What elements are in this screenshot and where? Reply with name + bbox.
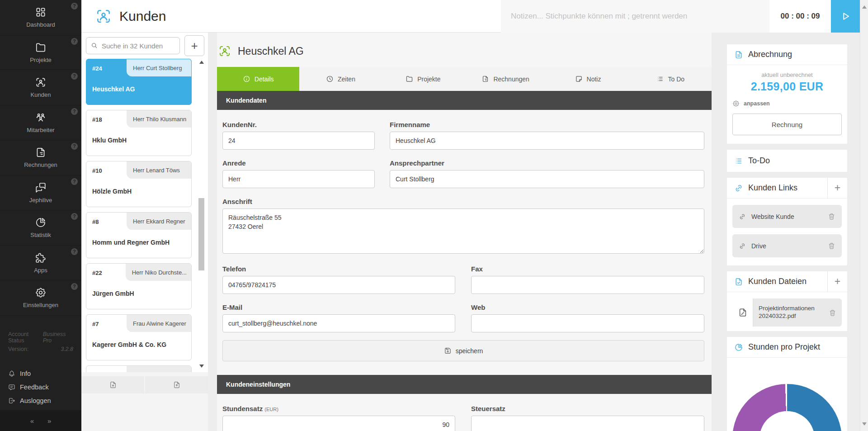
field-label: E-Mail xyxy=(222,303,455,311)
notes-input[interactable] xyxy=(501,0,769,33)
link-items: Website Kunde Drive xyxy=(727,199,847,265)
help-badge-icon[interactable]: ? xyxy=(71,178,78,185)
import-file-button[interactable] xyxy=(81,376,144,393)
todo-card[interactable]: To-Do xyxy=(727,150,847,172)
scroll-down-icon[interactable] xyxy=(862,422,867,426)
file-name: Projektinformationen 20240322.pdf xyxy=(753,298,829,327)
help-badge-icon[interactable]: ? xyxy=(71,213,78,220)
field-anschrift: Anschrift Räuschelstraße 55 27432 Oerel xyxy=(222,198,704,256)
notes-zone xyxy=(501,0,769,33)
kundennr-input[interactable] xyxy=(222,132,375,150)
search-input[interactable] xyxy=(102,42,175,50)
tab-rechnungen[interactable]: Rechnungen xyxy=(464,67,547,91)
customer-card[interactable]: #8 Herr Ekkard Regner Homm und Regner Gm… xyxy=(86,212,192,258)
tab-details[interactable]: Details xyxy=(217,67,299,91)
ansprechpartner-input[interactable] xyxy=(390,170,704,188)
hours-donut-chart xyxy=(732,384,842,431)
sidebar-item-kunden[interactable]: ? Kunden xyxy=(0,70,81,105)
start-timer-button[interactable] xyxy=(831,0,860,33)
customer-card[interactable]: #18 Herr Thilo Klusmann Hklu GmbH xyxy=(86,110,192,156)
help-badge-icon[interactable]: ? xyxy=(71,38,78,45)
field-label: Ansprechpartner xyxy=(390,159,704,167)
help-badge-icon[interactable]: ? xyxy=(71,248,78,255)
help-badge-icon[interactable]: ? xyxy=(71,143,78,150)
help-badge-icon[interactable]: ? xyxy=(71,3,78,9)
add-file-button[interactable]: + xyxy=(827,271,847,292)
email-input[interactable] xyxy=(222,314,455,332)
scroll-down-icon[interactable] xyxy=(199,365,204,368)
customer-card[interactable]: #7 Frau Alwine Kagerer Kagerer GmbH & Co… xyxy=(86,314,192,360)
customer-card[interactable]: #10 Herr Lenard Töws Hölzle GmbH xyxy=(86,161,192,207)
customer-card[interactable]: #24 Herr Curt Stollberg Heuschkel AG xyxy=(86,59,192,105)
anrede-input[interactable] xyxy=(222,170,375,188)
sidebar-item-einstellungen[interactable]: ? Einstellungen xyxy=(0,280,81,316)
sidebar-item-mitarbeiter[interactable]: ? Mitarbeiter xyxy=(0,105,81,141)
stundensatz-input[interactable] xyxy=(222,416,455,431)
detail-tabs: Details Zeiten Projekte Rechnungen Notiz… xyxy=(217,67,712,91)
customer-number: #24 xyxy=(92,65,102,72)
web-input[interactable] xyxy=(471,314,704,332)
link-item[interactable]: Website Kunde xyxy=(732,205,842,228)
page-scrollbar[interactable] xyxy=(860,0,868,431)
tab-notiz[interactable]: Notiz xyxy=(547,67,629,91)
tab-projekte[interactable]: Projekte xyxy=(382,67,464,91)
logout-icon xyxy=(8,397,15,404)
sidebar-item-rechnungen[interactable]: ? Rechnungen xyxy=(0,140,81,175)
customer-company: Kagerer GmbH & Co. KG xyxy=(92,341,166,348)
help-badge-icon[interactable]: ? xyxy=(71,108,78,115)
scroll-up-icon[interactable] xyxy=(862,5,867,9)
export-file-button[interactable] xyxy=(145,376,208,393)
sidebar-item-projekte[interactable]: ? Projekte xyxy=(0,35,81,71)
file-item[interactable]: Projektinformationen 20240322.pdf xyxy=(732,298,842,327)
add-link-button[interactable]: + xyxy=(827,178,847,199)
add-customer-button[interactable]: + xyxy=(184,35,204,56)
customer-contact-chip: Herr Thilo Klusmann xyxy=(127,110,191,128)
pager-prev-button[interactable]: « xyxy=(30,417,34,425)
sidebar-item-apps[interactable]: ? Apps xyxy=(0,246,81,281)
list-scrollbar[interactable] xyxy=(198,59,205,369)
help-badge-icon[interactable]: ? xyxy=(71,283,78,290)
sidebar-item-label: Apps xyxy=(34,267,47,274)
file-text-icon xyxy=(734,50,743,59)
adjust-button[interactable]: anpassen xyxy=(732,100,842,107)
puzzle-icon xyxy=(35,252,47,264)
sidebar-item-jephilive[interactable]: ? Jephilive xyxy=(0,175,81,211)
billing-status: aktuell unberechnet xyxy=(732,71,842,78)
account-status-row: Account Status Business Pro xyxy=(0,332,81,343)
chart-pie-icon xyxy=(35,217,47,228)
file-download-icon xyxy=(109,381,117,389)
invoice-icon xyxy=(35,147,47,158)
help-badge-icon[interactable]: ? xyxy=(71,73,78,80)
tab-zeiten[interactable]: Zeiten xyxy=(299,67,382,91)
anschrift-textarea[interactable]: Räuschelstraße 55 27432 Oerel xyxy=(222,208,704,254)
scrollbar-thumb[interactable] xyxy=(198,198,204,270)
sidebar-item-dashboard[interactable]: ? Dashboard xyxy=(0,0,81,35)
save-button[interactable]: speichern xyxy=(222,340,704,361)
customer-card[interactable]: #17 Frau Simone Kindler xyxy=(86,365,192,372)
firmenname-input[interactable] xyxy=(390,132,704,150)
trash-icon[interactable] xyxy=(828,213,835,220)
sidebar-item-statistik[interactable]: ? Statistik xyxy=(0,210,81,246)
link-item[interactable]: Drive xyxy=(732,234,842,257)
trash-icon[interactable] xyxy=(829,309,836,317)
customer-number: #10 xyxy=(92,167,102,174)
field-telefon: Telefon xyxy=(222,265,455,294)
telefon-input[interactable] xyxy=(222,276,455,294)
kunden-links-card: Kunden Links + Website Kunde Drive xyxy=(727,178,847,265)
field-anrede: Anrede xyxy=(222,159,375,188)
pdf-file-icon xyxy=(738,308,748,317)
scroll-up-icon[interactable] xyxy=(199,61,204,64)
info-link[interactable]: Info xyxy=(0,367,81,380)
fax-input[interactable] xyxy=(471,276,704,294)
field-label: Firmenname xyxy=(390,121,704,128)
pager-next-button[interactable]: » xyxy=(47,417,51,425)
feedback-link[interactable]: Feedback xyxy=(0,380,81,394)
logout-link[interactable]: Ausloggen xyxy=(0,394,81,407)
field-email: E-Mail xyxy=(222,303,455,332)
abrechnung-title: Abrechnung xyxy=(748,50,792,59)
tab-todo[interactable]: To Do xyxy=(629,67,712,91)
invoice-button[interactable]: Rechnung xyxy=(732,114,842,135)
trash-icon[interactable] xyxy=(828,242,835,250)
customer-card[interactable]: #22 Herr Niko Durchste... Jürgen GmbH xyxy=(86,263,192,309)
steuersatz-input[interactable] xyxy=(471,416,704,431)
